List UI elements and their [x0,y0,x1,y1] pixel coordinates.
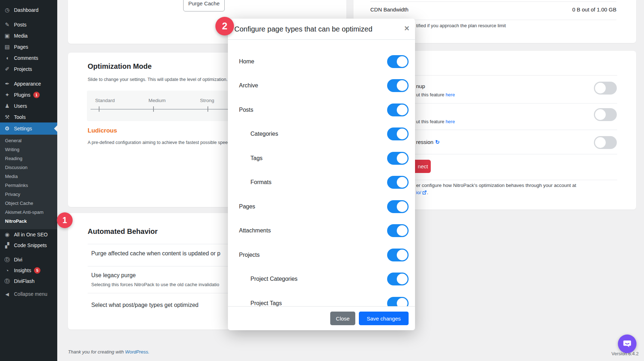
sidebar-plugins-menu: ◉All in One SEO ▞Code Snippets ⒹDivi ◔In… [0,229,57,287]
slider-label-medium: Medium [148,98,166,103]
modal-header: Configure page types that can be optimiz… [228,19,415,40]
close-icon[interactable]: × [404,23,409,34]
appearance-icon: ✒ [4,81,11,87]
save-changes-button[interactable]: Save changes [359,312,409,325]
sidebar-main-menu: ◷Dashboard ✎Posts ▣Media ▤Pages ◖Comment… [0,4,57,135]
page-type-label: Tags [250,152,263,165]
toggle-knob [595,109,606,120]
submenu-item-media[interactable]: Media [0,172,57,181]
disconnect-button[interactable]: nect [415,160,431,173]
settings-submenu: General Writing Reading Discussion Media… [0,135,57,229]
feature-2-toggle[interactable] [594,108,617,121]
page-type-label: Archive [239,79,258,92]
feature-1-toggle[interactable] [594,82,617,95]
feature-2-here-link[interactable]: here [445,119,455,124]
sidebar-item-plugins[interactable]: ✦Plugins1 [0,89,57,100]
sidebar-item-label: Media [14,33,28,39]
toggle-tags[interactable] [387,152,409,165]
wordpress-link[interactable]: WordPress. [125,349,150,355]
toggle-knob [397,274,408,284]
feature-1-here-link[interactable]: here [445,92,455,97]
feature-3-label-text: ression [416,139,433,145]
submenu-item-akismet[interactable]: Akismet Anti-spam [0,208,57,217]
footer-thanks-text: Thank you for creating with WordPress. [68,349,150,355]
toggle-pages[interactable] [387,200,409,213]
toggle-knob [397,225,408,236]
submenu-item-reading[interactable]: Reading [0,154,57,163]
feature-2-note-text: ut this feature [416,119,445,124]
toggle-home[interactable] [387,55,409,68]
submenu-item-nitropack[interactable]: NitroPack [0,217,57,226]
submenu-item-object-cache[interactable]: Object Cache [0,199,57,208]
page-type-row-projects: Projects [228,249,415,261]
toggle-knob [397,250,408,260]
sidebar-item-media[interactable]: ▣Media [0,30,57,41]
feature-3-toggle[interactable] [594,136,617,149]
comments-icon: ◖ [4,55,11,61]
sidebar-item-appearance[interactable]: ✒Appearance [0,78,57,89]
cdn-bandwidth-label: CDN Bandwidth [370,6,409,13]
sidebar-item-all-in-one-seo[interactable]: ◉All in One SEO [0,229,57,240]
slider-tick [99,106,99,112]
toggle-attachments[interactable] [387,224,409,237]
feature-2-note: ut this feature here [416,119,455,124]
purge-cache-button[interactable]: Purge Cache [183,0,225,11]
sidebar-item-label: Posts [14,22,26,28]
collapse-arrow-icon: ◀ [4,292,11,297]
slider-tick [208,106,208,112]
submenu-item-general[interactable]: General [0,136,57,145]
code-snippets-icon: ▞ [4,242,11,249]
sidebar-item-posts[interactable]: ✎Posts [0,19,57,30]
page-type-row-pages: Pages [228,200,415,213]
plugins-icon: ✦ [4,92,11,98]
page-type-row-categories: Categories [228,127,415,140]
page-type-row-archive: Archive [228,79,415,92]
aioseo-icon: ◉ [4,231,11,238]
submenu-item-writing[interactable]: Writing [0,145,57,154]
collapse-menu-button[interactable]: ◀ Collapse menu [0,289,57,299]
toggle-projects[interactable] [387,249,409,261]
sidebar-separator [0,74,57,78]
sidebar-item-code-snippets[interactable]: ▞Code Snippets [0,240,57,251]
toggle-knob [397,201,408,212]
sidebar-item-diviflash[interactable]: ⒹDiviFlash [0,276,57,287]
insights-count-badge: 5 [34,267,40,274]
sidebar-item-pages[interactable]: ▤Pages [0,41,57,52]
close-button[interactable]: Close [330,312,355,325]
toggle-archive[interactable] [387,79,409,92]
toggle-formats[interactable] [387,176,409,189]
sidebar-item-insights[interactable]: ◔Insights5 [0,265,57,276]
toggle-posts[interactable] [387,104,409,116]
submenu-item-privacy[interactable]: Privacy [0,190,57,199]
refresh-icon[interactable]: ↻ [435,139,440,145]
selected-mode-name: Ludicrous [88,127,117,134]
toggle-categories[interactable] [387,127,409,140]
account-note-line2: io/. [416,190,428,195]
chat-widget-button[interactable] [618,334,636,353]
sidebar-item-divi[interactable]: ⒹDivi [0,254,57,265]
plugins-update-badge: 1 [33,92,40,98]
account-url-link[interactable]: io/ [416,190,421,195]
sidebar-item-users[interactable]: ♟Users [0,100,57,111]
collapse-menu-label: Collapse menu [14,291,47,297]
account-note-line1: er configure how NitroPack's optimizatio… [416,183,576,188]
sidebar-item-dashboard[interactable]: ◷Dashboard [0,4,57,15]
account-note-suffix: . [427,190,428,195]
page-types-modal: Configure page types that can be optimiz… [228,19,415,330]
sidebar-item-comments[interactable]: ◖Comments [0,52,57,63]
toggle-knob [595,137,606,148]
feature-3-label: ression↻ [416,139,440,145]
modal-title: Configure page types that can be optimiz… [234,19,372,39]
sidebar-item-tools[interactable]: ⚒Tools [0,111,57,122]
slider-tick [153,106,154,112]
sidebar-item-settings[interactable]: ⚙Settings [0,122,57,135]
toggle-knob [397,80,408,91]
submenu-item-permalinks[interactable]: Permalinks [0,181,57,190]
wordpress-admin-screen: ◷Dashboard ✎Posts ▣Media ▤Pages ◖Comment… [0,0,644,361]
submenu-item-discussion[interactable]: Discussion [0,163,57,172]
page-type-label: Pages [239,200,255,213]
sidebar-item-projects[interactable]: ✐Projects [0,63,57,74]
toggle-project-tags[interactable] [387,297,409,306]
page-type-row-home: Home [228,55,415,68]
toggle-project-categories[interactable] [387,273,409,285]
